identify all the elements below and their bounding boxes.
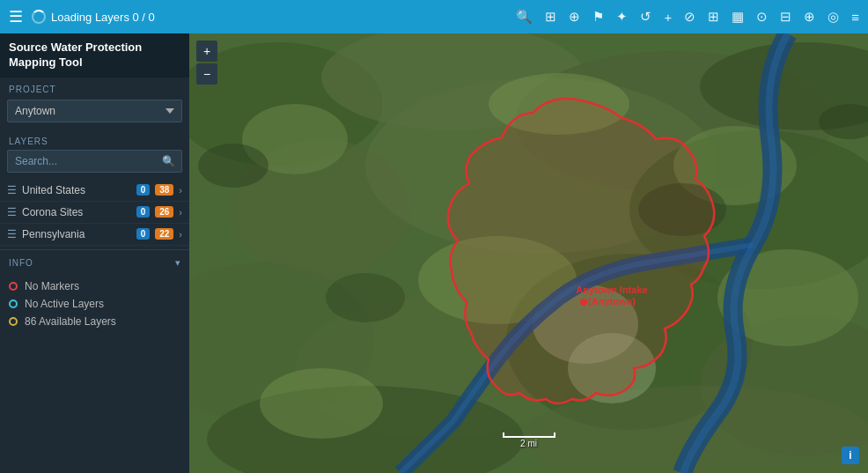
chevron-right-icon: › <box>179 185 182 196</box>
chevron-right-icon: › <box>179 207 182 218</box>
layer-badge-count: 22 <box>155 228 173 240</box>
menu-icon[interactable]: ≡ <box>851 10 859 25</box>
search-icon[interactable]: 🔍 <box>516 9 533 25</box>
zoom-in-button[interactable]: + <box>196 41 217 62</box>
star-icon[interactable]: ✦ <box>616 9 628 25</box>
sidebar: Source Water Protection Mapping Tool PRO… <box>0 33 189 473</box>
print-icon[interactable]: ⊟ <box>780 9 791 25</box>
layer-item-corona[interactable]: ☰ Corona Sites 0 26 › <box>0 202 189 224</box>
no-active-layers-label: No Active Layers <box>25 298 104 310</box>
layer-list-icon: ☰ <box>7 228 17 240</box>
flag-icon[interactable]: ⚑ <box>592 9 604 25</box>
info-chevron-down[interactable]: ▾ <box>166 250 189 272</box>
topbar: ☰ Loading Layers 0 / 0 🔍 ⊞ ⊕ ⚑ ✦ ↺ + ⊘ ⊞… <box>0 0 868 33</box>
svg-point-25 <box>638 183 726 236</box>
layer-item-united-states[interactable]: ☰ United States 0 38 › <box>0 180 189 202</box>
layer-badge-count: 26 <box>155 206 173 218</box>
svg-point-22 <box>198 144 268 188</box>
info-button[interactable]: i <box>842 447 859 464</box>
info-no-markers: No Markers <box>9 277 180 295</box>
main-content: Source Water Protection Mapping Tool PRO… <box>0 33 868 473</box>
info-items: No Markers No Active Layers 86 Available… <box>0 272 189 336</box>
available-layers-label: 86 Available Layers <box>25 315 116 328</box>
layer-badge-count: 38 <box>155 184 173 196</box>
bookmark-icon[interactable]: ⊕ <box>569 9 580 25</box>
marker-dot-icon <box>9 282 18 291</box>
svg-point-19 <box>260 368 383 439</box>
scale-line <box>503 432 555 438</box>
plus-icon[interactable]: + <box>664 10 672 25</box>
layer-name: United States <box>22 184 131 196</box>
zoom-icon[interactable]: ⊕ <box>804 9 815 25</box>
scale-bar: 2 mi <box>503 432 555 448</box>
available-layers-dot-icon <box>9 317 18 326</box>
search-icon[interactable]: 🔍 <box>162 155 175 167</box>
info-no-active-layers: No Active Layers <box>9 295 180 313</box>
layer-name: Corona Sites <box>22 206 131 218</box>
layer-badge-active: 0 <box>136 184 151 196</box>
globe-icon[interactable]: ⊙ <box>756 9 768 25</box>
filter-icon[interactable]: ⊘ <box>684 9 695 25</box>
info-available-layers: 86 Available Layers <box>9 313 180 330</box>
layers-label: LAYERS <box>0 129 189 150</box>
layer-list-icon: ☰ <box>7 206 17 218</box>
layer-item-pennsylvania[interactable]: ☰ Pennsylvania 0 22 › <box>0 224 189 246</box>
chevron-right-icon: › <box>179 229 182 240</box>
loading-text: Loading Layers 0 / 0 <box>51 11 155 24</box>
toolbar-icons: 🔍 ⊞ ⊕ ⚑ ✦ ↺ + ⊘ ⊞ ▦ ⊙ ⊟ ⊕ ◎ ≡ <box>516 9 859 25</box>
layer-name: Pennsylvania <box>22 228 131 240</box>
loading-spinner <box>32 10 46 24</box>
table-icon[interactable]: ⊞ <box>708 9 719 25</box>
refresh-icon[interactable]: ↺ <box>640 9 651 25</box>
svg-point-24 <box>326 273 405 322</box>
svg-point-15 <box>489 73 629 135</box>
loading-status: Loading Layers 0 / 0 <box>32 10 155 24</box>
map-zoom-controls: + − <box>196 41 217 85</box>
hamburger-icon[interactable]: ☰ <box>9 7 23 26</box>
project-label: PROJECT <box>0 78 189 98</box>
layer-badge-active: 0 <box>136 228 151 240</box>
location-icon[interactable]: ◎ <box>828 9 839 25</box>
zoom-out-button[interactable]: − <box>196 63 217 85</box>
layer-list-icon: ☰ <box>7 184 17 196</box>
active-layers-dot-icon <box>9 299 18 308</box>
svg-point-21 <box>568 333 656 403</box>
map-container[interactable]: Anytown Intake (Anytown) + − 2 mi i <box>189 33 868 473</box>
search-input[interactable] <box>7 150 182 173</box>
info-section-header: INFO ▾ <box>0 249 189 272</box>
scale-label: 2 mi <box>520 439 537 448</box>
no-markers-label: No Markers <box>25 280 79 292</box>
project-select[interactable]: Anytown <box>7 100 182 122</box>
layer-badge-active: 0 <box>136 206 151 218</box>
info-label: INFO <box>0 251 42 271</box>
layers-search-container: 🔍 <box>7 150 182 173</box>
map-icon[interactable]: ▦ <box>732 9 744 25</box>
app-title: Source Water Protection Mapping Tool <box>0 33 189 78</box>
grid-icon[interactable]: ⊞ <box>545 9 556 25</box>
